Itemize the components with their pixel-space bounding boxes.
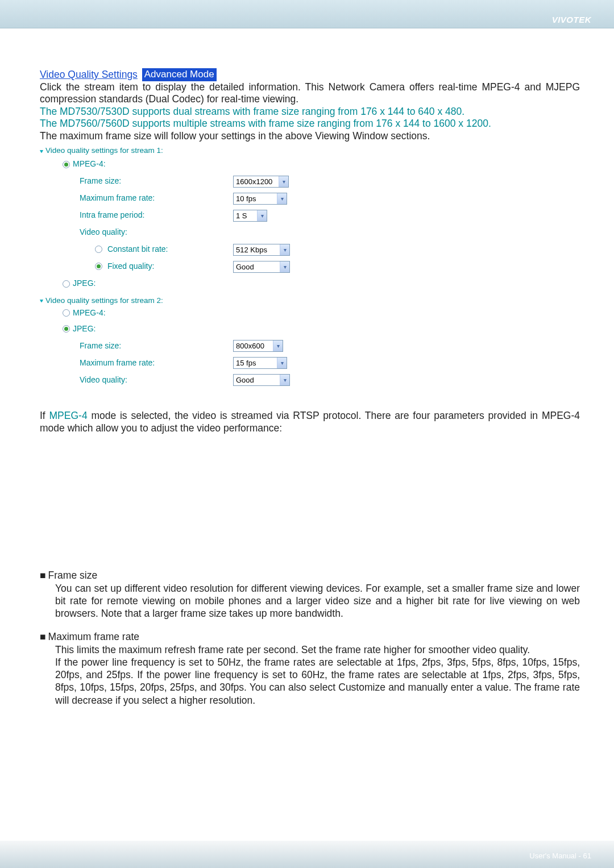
quality-select-s1[interactable]: Good ▾ [233,261,290,273]
max-rate-label: Maximum frame rate: [40,193,233,203]
mpeg4-label: MPEG-4: [73,159,106,169]
s1-fixed-row: Fixed quality: Good ▾ [40,258,580,275]
intra-value-s1: 1 S [236,211,247,220]
header-strip: VIVOTEK [0,0,614,28]
cbr-option[interactable]: Constant bit rate: [40,244,233,254]
section-heading: Video Quality Settings Advanced Mode [40,68,580,81]
brand-logo: VIVOTEK [552,15,591,24]
stream2-header[interactable]: ▾▾ Video quality settings for stream 2: [40,296,580,306]
s1-maxrate-row: Maximum frame rate: 10 fps ▾ [40,190,580,207]
s1-framesize-row: Frame size: 1600x1200 ▾ [40,173,580,190]
max-rate-body2: If the power line frequency is set to 50… [40,656,580,707]
stream1-block: ▾▾ Video quality settings for stream 1: … [40,146,580,292]
frame-size-value-s2: 800x600 [236,342,264,350]
bullet-icon: ■ [40,631,46,642]
frame-size-select-s2[interactable]: 800x600 ▾ [233,340,283,352]
frame-size-section-title: ■Frame size [40,570,580,582]
chevron-down-icon: ▾ [257,210,267,221]
mpeg4-word: MPEG-4 [49,410,88,421]
footer-page-number: User's Manual - 61 [529,852,591,860]
intra-select-s1[interactable]: 1 S ▾ [233,210,267,222]
quality-value-s1: Good [236,263,254,271]
frame-size-body: You can set up different video resolutio… [40,582,580,620]
stream2-title: Video quality settings for stream 2: [45,296,163,305]
video-quality-label: Video quality: [40,227,127,237]
s2-jpeg-row[interactable]: JPEG: [40,321,580,338]
chevron-down-icon: ▾ [280,375,289,385]
intro-text-1: Click the stream item to display the det… [40,81,580,105]
radio-jpeg-s2[interactable] [63,325,70,333]
stream1-title: Video quality settings for stream 1: [45,146,163,155]
max-rate-value-s2: 15 fps [236,359,256,367]
frame-size-title: Frame size [48,570,98,581]
chevron-down-icon: ▾ [280,244,289,255]
s2-framesize-row: Frame size: 800x600 ▾ [40,338,580,355]
jpeg-label-s2: JPEG: [73,324,96,334]
fixed-option[interactable]: Fixed quality: [40,261,233,271]
bitrate-select-s1[interactable]: 512 Kbps ▾ [233,244,290,256]
radio-mpeg4-s2[interactable] [63,309,70,317]
intro-text-2: The MD7530/7530D supports dual streams w… [40,106,464,117]
chevron-down-icon: ▾ [277,358,287,368]
max-rate-select-s2[interactable]: 15 fps ▾ [233,357,287,369]
chevron-down-icon: ▾ [279,176,288,187]
bitrate-value-s1: 512 Kbps [236,246,267,254]
intro-text-3: The MD7560/7560D supports multiple strea… [40,118,491,129]
frame-size-label-s2: Frame size: [40,341,233,351]
chevron-down-icon: ▾ [280,261,289,272]
frame-size-label: Frame size: [40,176,233,186]
radio-jpeg-s1[interactable] [63,280,70,288]
stream1-header[interactable]: ▾▾ Video quality settings for stream 1: [40,146,580,156]
radio-fixed-quality[interactable] [95,263,102,270]
s1-vq-row: Video quality: [40,224,580,241]
video-quality-link[interactable]: Video Quality Settings [40,69,138,80]
max-rate-body1: This limits the maximum refresh frame ra… [40,643,580,656]
radio-mpeg4-s1[interactable] [63,161,70,168]
quality-select-s2[interactable]: Good ▾ [233,374,290,386]
s1-mpeg4-row[interactable]: MPEG-4: [40,156,580,173]
intro-paragraph: Click the stream item to display the det… [40,81,580,143]
s1-jpeg-row[interactable]: JPEG: [40,275,580,292]
max-rate-select-s1[interactable]: 10 fps ▾ [233,193,287,205]
intra-label: Intra frame period: [40,210,233,220]
mpeg4-label-s2: MPEG-4: [73,308,106,318]
jpeg-label-s1: JPEG: [73,279,96,288]
radio-constant-bitrate[interactable] [95,246,102,253]
s1-intra-row: Intra frame period: 1 S ▾ [40,207,580,224]
fixed-label: Fixed quality: [107,261,154,271]
max-rate-value-s1: 10 fps [236,194,256,203]
chevron-down-icon: ▾ [277,193,287,204]
expand-icon: ▾▾ [40,148,41,155]
stream2-block: ▾▾ Video quality settings for stream 2: … [40,296,580,389]
s2-maxrate-row: Maximum frame rate: 15 fps ▾ [40,355,580,372]
s1-cbr-row: Constant bit rate: 512 Kbps ▾ [40,241,580,258]
intro-text-4: The maximum frame size will follow your … [40,130,430,142]
bullet-icon: ■ [40,570,46,581]
frame-size-select-s1[interactable]: 1600x1200 ▾ [233,176,289,188]
cbr-label: Constant bit rate: [107,244,168,254]
max-rate-section-title: ■Maximum frame rate [40,631,580,643]
quality-value-s2: Good [236,376,254,384]
page-content: Video Quality Settings Advanced Mode Cli… [0,28,614,707]
chevron-down-icon: ▾ [273,340,283,351]
advanced-mode-badge: Advanced Mode [142,68,217,81]
max-rate-title: Maximum frame rate [48,631,139,642]
frame-size-value-s1: 1600x1200 [236,177,272,186]
mpeg-paragraph: If MPEG-4 mode is selected, the video is… [40,409,580,434]
s2-vq-row: Video quality: Good ▾ [40,372,580,389]
video-quality-label-s2: Video quality: [40,375,233,385]
expand-icon: ▾▾ [40,297,41,304]
max-rate-label-s2: Maximum frame rate: [40,358,233,368]
s2-mpeg4-row[interactable]: MPEG-4: [40,306,580,321]
footer-strip: User's Manual - 61 [0,841,614,868]
